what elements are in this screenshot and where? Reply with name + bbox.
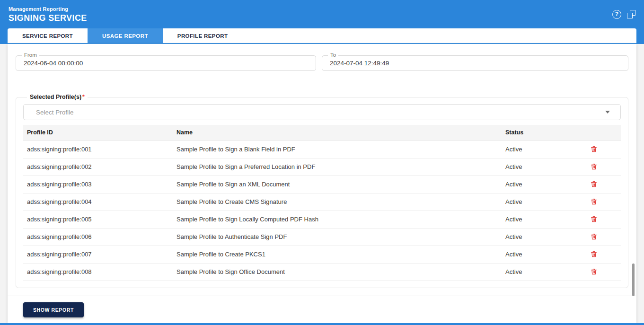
to-date-label: To: [328, 52, 338, 58]
profile-status-cell: Active: [502, 193, 563, 211]
profile-actions-cell: [563, 158, 621, 176]
profile-id-cell: adss:signing:profile:006: [23, 228, 173, 246]
from-date-field[interactable]: From: [16, 55, 316, 71]
title-block: Management Reporting SIGNING SERVICE: [9, 5, 87, 23]
profile-status-cell: Active: [502, 228, 563, 246]
trash-icon: [590, 268, 598, 275]
trash-icon: [590, 163, 598, 170]
profile-actions-cell: [563, 228, 621, 246]
column-actions: [563, 125, 621, 141]
profile-name-cell: Sample Profile to Create PKCS1: [173, 246, 502, 263]
from-date-label: From: [22, 52, 39, 58]
main-content: From To Selected Profile(s)* Select Prof…: [8, 44, 636, 323]
table-row: adss:signing:profile:008 Sample Profile …: [23, 263, 621, 281]
delete-profile-button[interactable]: [589, 249, 599, 259]
table-row: adss:signing:profile:007 Sample Profile …: [23, 246, 621, 263]
profile-name-cell: Sample Profile to Sign Locally Computed …: [173, 211, 502, 228]
profile-select[interactable]: Select Profile: [23, 104, 621, 120]
trash-icon: [590, 145, 598, 153]
chevron-down-icon: [605, 111, 610, 114]
delete-profile-button[interactable]: [589, 179, 599, 189]
profile-status-cell: Active: [502, 158, 563, 176]
profile-status-cell: Active: [502, 246, 563, 263]
profile-actions-cell: [563, 263, 621, 281]
selected-profiles-legend: Selected Profile(s)*: [27, 94, 88, 100]
profile-id-cell: adss:signing:profile:005: [23, 211, 173, 228]
profile-name-cell: Sample Profile to Sign Office Document: [173, 263, 502, 281]
profiles-table: Profile ID Name Status adss:signing:prof…: [23, 125, 621, 281]
trash-icon: [590, 198, 598, 205]
selected-profiles-label: Selected Profile(s): [30, 94, 81, 100]
required-asterisk: *: [82, 94, 85, 100]
profile-select-placeholder: Select Profile: [36, 109, 74, 116]
profile-id-cell: adss:signing:profile:004: [23, 193, 173, 211]
delete-profile-button[interactable]: [589, 197, 599, 206]
profile-name-cell: Sample Profile to Sign a Blank Field in …: [173, 141, 502, 158]
profile-actions-cell: [563, 246, 621, 263]
tab-usage-report[interactable]: USAGE REPORT: [88, 28, 163, 43]
tab-service-report[interactable]: SERVICE REPORT: [8, 28, 88, 43]
app-header: Management Reporting SIGNING SERVICE ?: [0, 0, 644, 28]
column-status: Status: [502, 125, 563, 141]
delete-profile-button[interactable]: [589, 267, 599, 276]
delete-profile-button[interactable]: [589, 214, 599, 224]
profile-actions-cell: [563, 176, 621, 193]
trash-icon: [590, 180, 598, 188]
table-row: adss:signing:profile:003 Sample Profile …: [23, 176, 621, 193]
profile-actions-cell: [563, 141, 621, 158]
column-name: Name: [173, 125, 502, 141]
trash-icon: [590, 215, 598, 223]
page-title: SIGNING SERVICE: [9, 13, 87, 24]
profile-id-cell: adss:signing:profile:007: [23, 246, 173, 263]
bottom-accent-strip: [0, 323, 644, 325]
table-header-row: Profile ID Name Status: [23, 125, 621, 141]
show-report-button[interactable]: SHOW REPORT: [23, 302, 84, 317]
profile-actions-cell: [563, 193, 621, 211]
profile-actions-cell: [563, 211, 621, 228]
selected-profiles-section: Selected Profile(s)* Select Profile Prof…: [16, 94, 628, 288]
delete-profile-button[interactable]: [589, 144, 599, 154]
to-date-field[interactable]: To: [322, 55, 628, 71]
scrollbar-thumb[interactable]: [632, 264, 635, 296]
table-row: adss:signing:profile:001 Sample Profile …: [23, 141, 621, 158]
windows-icon-front-square: [627, 13, 633, 18]
to-date-input[interactable]: [322, 60, 628, 67]
header-icons: ?: [612, 10, 635, 19]
tab-profile-report[interactable]: PROFILE REPORT: [163, 28, 243, 43]
profile-name-cell: Sample Profile to Authenticate Sign PDF: [173, 228, 502, 246]
profile-id-cell: adss:signing:profile:008: [23, 263, 173, 281]
trash-icon: [590, 250, 598, 258]
profile-id-cell: adss:signing:profile:001: [23, 141, 173, 158]
profile-id-cell: adss:signing:profile:002: [23, 158, 173, 176]
app-label: Management Reporting: [9, 6, 87, 13]
profile-status-cell: Active: [502, 176, 563, 193]
profile-status-cell: Active: [502, 211, 563, 228]
help-icon[interactable]: ?: [612, 10, 621, 19]
delete-profile-button[interactable]: [589, 162, 599, 171]
profile-name-cell: Sample Profile to Create CMS Signature: [173, 193, 502, 211]
profile-name-cell: Sample Profile to Sign an XML Document: [173, 176, 502, 193]
date-filter-row: From To: [16, 44, 628, 71]
tab-bar: SERVICE REPORT USAGE REPORT PROFILE REPO…: [8, 28, 636, 44]
table-row: adss:signing:profile:002 Sample Profile …: [23, 158, 621, 176]
windows-icon[interactable]: [627, 10, 635, 18]
from-date-input[interactable]: [16, 60, 316, 67]
table-row: adss:signing:profile:005 Sample Profile …: [23, 211, 621, 228]
table-row: adss:signing:profile:006 Sample Profile …: [23, 228, 621, 246]
profile-name-cell: Sample Profile to Sign a Preferred Locat…: [173, 158, 502, 176]
tab-band: SERVICE REPORT USAGE REPORT PROFILE REPO…: [0, 28, 644, 44]
delete-profile-button[interactable]: [589, 232, 599, 241]
profile-status-cell: Active: [502, 141, 563, 158]
actions-row: SHOW REPORT: [16, 296, 628, 317]
table-row: adss:signing:profile:004 Sample Profile …: [23, 193, 621, 211]
profile-id-cell: adss:signing:profile:003: [23, 176, 173, 193]
column-profile-id: Profile ID: [23, 125, 173, 141]
profile-status-cell: Active: [502, 263, 563, 281]
trash-icon: [590, 233, 598, 240]
